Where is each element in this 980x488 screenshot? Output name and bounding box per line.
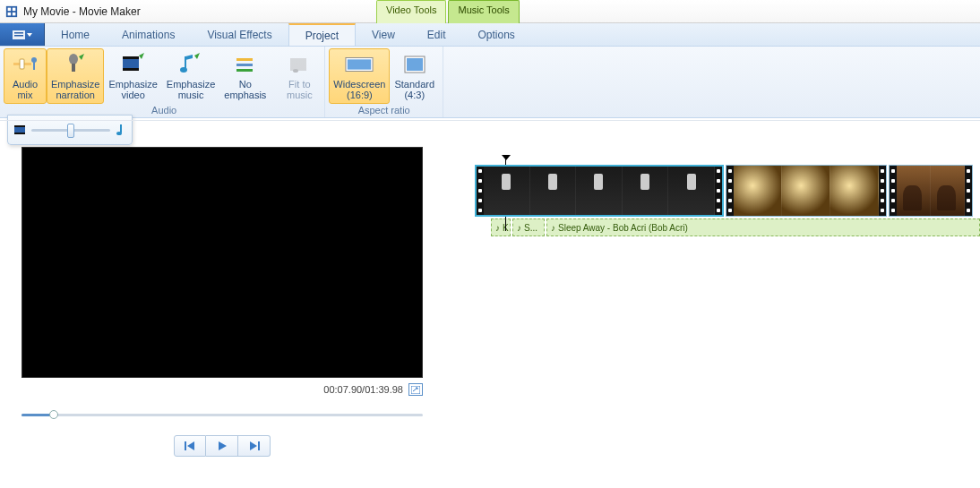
emph-narration-label-1: Emphasize	[51, 79, 99, 90]
play-icon	[217, 441, 228, 451]
audio-clip-2[interactable]: ♪S...	[512, 218, 545, 236]
svg-rect-18	[236, 58, 253, 61]
video-clip-3[interactable]	[889, 165, 973, 217]
music-note-icon	[116, 124, 126, 136]
film-up-icon	[119, 52, 148, 77]
contextual-tab-video-tools[interactable]: Video Tools	[376, 0, 446, 23]
svg-rect-28	[14, 125, 25, 127]
play-button[interactable]	[206, 435, 238, 457]
svg-rect-3	[8, 12, 12, 15]
fit-to-music-button: Fit tomusic	[278, 48, 321, 104]
svg-rect-33	[258, 441, 260, 450]
svg-rect-6	[14, 32, 23, 34]
emphasize-narration-button[interactable]: Emphasizenarration	[47, 48, 104, 104]
svg-rect-24	[348, 59, 371, 69]
svg-rect-9	[20, 59, 24, 69]
timeline-pane: ♪K ♪S... ♪Sleep Away - Bob Acri (Bob Acr…	[448, 118, 980, 488]
svg-rect-11	[33, 62, 35, 70]
transport-controls	[21, 435, 423, 457]
seek-knob[interactable]	[49, 410, 58, 419]
tab-edit[interactable]: Edit	[411, 23, 462, 46]
standard-aspect-button[interactable]: Standard(4:3)	[390, 48, 439, 104]
preview-video[interactable]	[21, 147, 423, 378]
preview-pane: 00:07.90/01:39.98	[0, 118, 448, 488]
tab-visual-effects[interactable]: Visual Effects	[191, 23, 288, 46]
svg-rect-32	[185, 441, 186, 450]
svg-point-17	[180, 67, 187, 73]
audio-mix-label-1: Audio	[13, 79, 38, 90]
fullscreen-button[interactable]	[408, 383, 423, 396]
slider-thumb[interactable]	[67, 124, 74, 138]
emph-music-label-2: music	[178, 90, 204, 100]
no-emph-label-1: No	[239, 79, 252, 90]
tab-project[interactable]: Project	[288, 23, 356, 46]
audio-mix-button[interactable]: Audiomix	[4, 48, 47, 104]
emph-video-label-2: video	[121, 90, 144, 100]
svg-rect-15	[123, 56, 139, 59]
note-icon: ♪	[517, 223, 521, 233]
seek-bar[interactable]	[21, 407, 423, 423]
prev-frame-icon	[184, 441, 196, 451]
fit-music-label-2: music	[287, 90, 313, 100]
equalizer-icon	[231, 52, 260, 77]
svg-rect-21	[290, 58, 306, 71]
standard-label-2: (4:3)	[404, 90, 425, 100]
contextual-tab-music-tools[interactable]: Music Tools	[448, 0, 519, 23]
prev-frame-button[interactable]	[174, 435, 206, 457]
audio-clip-2-label: S...	[524, 223, 537, 233]
video-clip-2[interactable]	[726, 165, 887, 217]
svg-rect-20	[236, 69, 253, 72]
aspect-group-label: Aspect ratio	[329, 104, 439, 117]
svg-rect-4	[13, 12, 16, 15]
standard-aspect-icon	[400, 52, 429, 77]
audio-clip-3-label: Sleep Away - Bob Acri (Bob Acri)	[558, 223, 688, 233]
emphasize-video-button[interactable]: Emphasizevideo	[104, 48, 161, 104]
ribbon-content: Audiomix Emphasizenarration Emphasizevid…	[0, 47, 980, 118]
microphone-icon	[61, 52, 90, 77]
svg-point-30	[116, 132, 122, 135]
widescreen-label-1: Widescreen	[333, 79, 385, 90]
audio-balance-slider[interactable]	[31, 129, 110, 132]
svg-rect-19	[236, 64, 253, 66]
next-frame-button[interactable]	[238, 435, 271, 457]
svg-rect-26	[407, 58, 423, 71]
svg-rect-29	[14, 133, 25, 134]
emph-narration-label-2: narration	[56, 90, 95, 100]
emph-video-label-1: Emphasize	[108, 79, 157, 90]
main-area: 00:07.90/01:39.98	[0, 118, 980, 488]
audio-mix-icon	[11, 52, 39, 77]
svg-rect-2	[13, 7, 16, 11]
app-icon	[5, 5, 18, 18]
standard-label-1: Standard	[394, 79, 434, 90]
svg-rect-1	[8, 7, 12, 11]
window-title: My Movie - Movie Maker	[23, 5, 141, 18]
tab-view[interactable]: View	[356, 23, 411, 46]
svg-rect-7	[14, 35, 23, 37]
tab-home[interactable]: Home	[45, 23, 106, 46]
no-emphasis-button[interactable]: Noemphasis	[219, 48, 271, 104]
note-icon: ♪	[495, 223, 500, 233]
svg-rect-31	[411, 386, 420, 394]
svg-point-12	[69, 54, 78, 64]
widescreen-button[interactable]: Widescreen(16:9)	[329, 48, 390, 104]
fit-music-icon	[285, 52, 314, 77]
emphasize-music-button[interactable]: Emphasizemusic	[162, 48, 219, 104]
music-note-up-icon	[176, 52, 205, 77]
next-frame-icon	[248, 441, 261, 451]
note-icon: ♪	[551, 223, 555, 233]
widescreen-label-2: (16:9)	[347, 90, 373, 100]
titlebar: My Movie - Movie Maker Video Tools Music…	[0, 0, 980, 23]
audio-clip-1[interactable]: ♪K	[491, 218, 511, 236]
file-menu-button[interactable]	[0, 23, 45, 46]
video-clip-1[interactable]	[475, 165, 724, 217]
svg-rect-16	[123, 68, 139, 71]
tab-animations[interactable]: Animations	[106, 23, 191, 46]
preview-timecode: 00:07.90/01:39.98	[323, 384, 403, 395]
tab-options[interactable]: Options	[462, 23, 531, 46]
audio-clip-3[interactable]: ♪Sleep Away - Bob Acri (Bob Acri)	[546, 218, 980, 236]
svg-rect-13	[72, 64, 75, 72]
audio-mix-label-2: mix	[17, 90, 32, 100]
film-icon	[13, 124, 26, 136]
video-track	[475, 165, 980, 217]
widescreen-icon	[345, 52, 374, 77]
